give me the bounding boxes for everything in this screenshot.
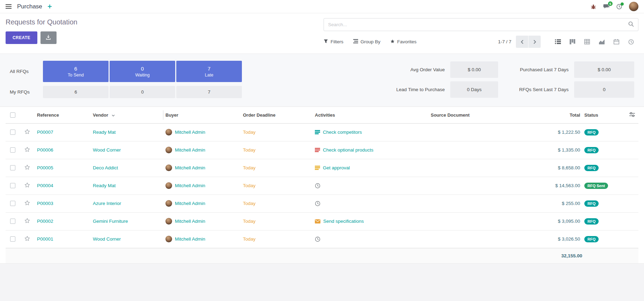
activity-clock-icon[interactable]: [315, 236, 320, 242]
filters-button[interactable]: Filters: [324, 39, 343, 45]
buyer-link[interactable]: Mitchell Admin: [175, 147, 205, 153]
row-checkbox[interactable]: [10, 219, 15, 224]
buyer-link[interactable]: Mitchell Admin: [175, 236, 205, 242]
kanban-view-icon[interactable]: [565, 36, 580, 48]
header-vendor[interactable]: Vendor: [91, 107, 163, 123]
reference-link[interactable]: P00001: [37, 236, 53, 242]
row-checkbox[interactable]: [10, 201, 15, 206]
to-send-label: To Send: [68, 73, 84, 78]
total-amount: $ 14,563.00: [519, 177, 582, 194]
tile-waiting[interactable]: 0 Waiting: [110, 61, 175, 82]
table-row[interactable]: P00003 Azure Interior Mitchell Admin Tod…: [6, 194, 638, 212]
messages-icon[interactable]: 5: [603, 4, 609, 9]
list-view-icon[interactable]: [550, 36, 565, 48]
activity-clock-icon[interactable]: [315, 201, 320, 206]
header-reference[interactable]: Reference: [35, 107, 91, 123]
reference-link[interactable]: P00006: [37, 147, 53, 153]
tile-late[interactable]: 7 Late: [176, 61, 242, 82]
favorite-star-icon[interactable]: [24, 129, 30, 135]
debug-bug-icon[interactable]: [591, 4, 596, 9]
order-deadline: Today: [243, 236, 256, 242]
vendor-link[interactable]: Azure Interior: [93, 201, 121, 206]
activity-envelope-icon[interactable]: [315, 219, 320, 223]
graph-view-icon[interactable]: [594, 36, 609, 48]
row-checkbox[interactable]: [10, 183, 15, 188]
row-checkbox[interactable]: [10, 130, 15, 135]
row-checkbox[interactable]: [10, 236, 15, 242]
header-buyer[interactable]: Buyer: [163, 107, 241, 123]
activity-list-icon[interactable]: [315, 147, 320, 153]
vendor-link[interactable]: Gemini Furniture: [93, 219, 128, 224]
activity-list-icon[interactable]: [315, 165, 320, 170]
row-checkbox[interactable]: [10, 147, 15, 153]
vendor-link[interactable]: Ready Mat: [93, 130, 116, 135]
my-late-tile[interactable]: 7: [176, 86, 242, 98]
table-row[interactable]: P00007 Ready Mat Mitchell Admin Today Ch…: [6, 123, 638, 141]
header-activities[interactable]: Activities: [313, 107, 429, 123]
plus-icon[interactable]: [48, 5, 52, 8]
vendor-link[interactable]: Wood Corner: [93, 236, 121, 242]
header-source-document[interactable]: Source Document: [429, 107, 519, 123]
activity-label[interactable]: Check competitors: [323, 130, 362, 135]
table-row[interactable]: P00005 Deco Addict Mitchell Admin Today …: [6, 159, 638, 177]
app-name[interactable]: Purchase: [17, 3, 42, 10]
favorite-star-icon[interactable]: [24, 164, 30, 170]
pager-next-button[interactable]: [528, 36, 541, 48]
table-row[interactable]: P00001 Wood Corner Mitchell Admin Today …: [6, 230, 638, 248]
reference-link[interactable]: P00007: [37, 130, 53, 135]
pager-previous-button[interactable]: [516, 36, 528, 48]
buyer-link[interactable]: Mitchell Admin: [175, 183, 205, 188]
activity-label[interactable]: Get approval: [323, 165, 350, 170]
favorites-button[interactable]: Favorites: [390, 39, 417, 45]
search-input[interactable]: [328, 22, 626, 27]
buyer-link[interactable]: Mitchell Admin: [175, 201, 205, 206]
status-badge: RFQ: [584, 236, 599, 242]
favorite-star-icon[interactable]: [24, 182, 30, 188]
filter-funnel-icon: [324, 39, 328, 45]
vendor-link[interactable]: Ready Mat: [93, 183, 116, 188]
reference-link[interactable]: P00002: [37, 219, 53, 224]
vendor-link[interactable]: Deco Addict: [93, 165, 118, 170]
reference-link[interactable]: P00004: [37, 183, 53, 188]
group-by-button[interactable]: Group By: [353, 39, 380, 45]
my-waiting-tile[interactable]: 0: [110, 86, 175, 98]
reference-link[interactable]: P00003: [37, 201, 53, 206]
vendor-link[interactable]: Wood Corner: [93, 147, 121, 153]
my-to-send-tile[interactable]: 6: [43, 86, 109, 98]
activity-clock-icon[interactable]: [315, 183, 320, 189]
activity-view-icon[interactable]: [624, 36, 638, 48]
activity-list-icon[interactable]: [315, 130, 320, 135]
favorite-star-icon[interactable]: [24, 146, 30, 153]
favorite-star-icon[interactable]: [24, 200, 30, 206]
table-row[interactable]: P00004 Ready Mat Mitchell Admin Today $ …: [6, 177, 638, 194]
header-total[interactable]: Total: [519, 107, 582, 123]
favorite-star-icon[interactable]: [24, 235, 30, 242]
search-icon[interactable]: [628, 21, 634, 28]
favorite-star-icon[interactable]: [24, 218, 30, 224]
activities-clock-icon[interactable]: [616, 4, 622, 9]
select-all-checkbox[interactable]: [10, 112, 15, 118]
reference-link[interactable]: P00005: [37, 165, 53, 170]
calendar-view-icon[interactable]: [609, 36, 624, 48]
export-button[interactable]: [40, 31, 57, 44]
buyer-link[interactable]: Mitchell Admin: [175, 165, 205, 170]
lead-time-label: Lead Time to Purchase: [396, 87, 445, 92]
search-bar[interactable]: [324, 18, 638, 31]
activity-label[interactable]: Check optional products: [323, 147, 373, 153]
buyer-link[interactable]: Mitchell Admin: [175, 130, 205, 135]
favorites-star-icon: [390, 39, 395, 45]
header-order-deadline[interactable]: Order Deadline: [241, 107, 313, 123]
table-row[interactable]: P00006 Wood Corner Mitchell Admin Today …: [6, 141, 638, 159]
header-status[interactable]: Status: [582, 107, 626, 123]
user-avatar[interactable]: [629, 2, 638, 11]
pivot-view-icon[interactable]: [580, 36, 594, 48]
create-button[interactable]: CREATE: [6, 31, 37, 44]
row-checkbox[interactable]: [10, 165, 15, 170]
tile-to-send[interactable]: 6 To Send: [43, 61, 109, 82]
optional-columns-button[interactable]: [626, 107, 638, 123]
apps-menu-icon[interactable]: [6, 4, 12, 9]
activity-label[interactable]: Send specifications: [323, 219, 364, 224]
buyer-link[interactable]: Mitchell Admin: [175, 219, 205, 224]
table-row[interactable]: P00002 Gemini Furniture Mitchell Admin T…: [6, 212, 638, 230]
total-amount: $ 3,095.00: [519, 212, 582, 230]
